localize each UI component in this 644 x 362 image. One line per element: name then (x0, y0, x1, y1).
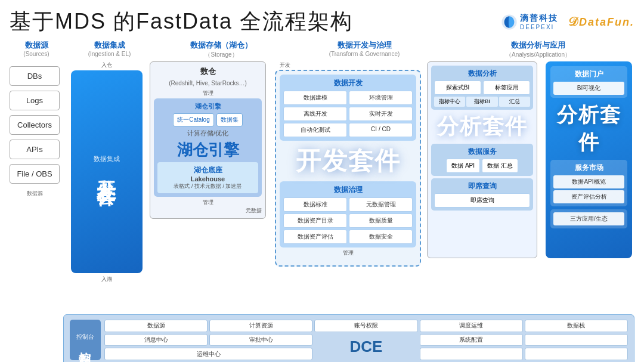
dce-item-blank3 (525, 348, 628, 360)
gov-title: 数据治理 (283, 185, 413, 195)
ingestion-sub-label: 采集 (100, 179, 114, 189)
gov-item-2: 数据资产目录 (283, 214, 347, 228)
app-mid-item-1: 资产评估分析 (553, 190, 624, 203)
datafun-d: 𝒟 (568, 15, 579, 28)
app-bottom-section: 三方应用/生态 (550, 209, 627, 228)
diagram-area: DBs Logs Collectors APIs File / OBS 数据源 … (10, 61, 634, 312)
dce-item-blank2 (420, 348, 523, 360)
service-title: 数据服务 (434, 147, 530, 157)
header-sources: 数据源 (Sources) (10, 40, 63, 59)
ingestion-bottom-label: 入湖 (101, 276, 112, 283)
compute-item: 计算存储/优化 (157, 129, 258, 138)
column-headers: 数据源 (Sources) 数据集成 (Ingestion & EL) 数据存储… (10, 40, 634, 59)
gov-item-5: 数据安全 (349, 230, 413, 244)
storage-header-sub: (Redshift, Hive, StarRocks…) (169, 80, 247, 86)
analysis-item-0: 探索式BI (434, 81, 481, 95)
header-storage: 数据存储（湖仓） （Storage） (156, 40, 287, 59)
app-top-item-0: BI可视化 (553, 82, 624, 95)
analysis-title: 数据分析 (434, 69, 530, 79)
ingestion-sublabel: 数据集成 (94, 154, 120, 163)
dataset-item: 数据集 (216, 113, 243, 126)
app-top-title: 数据门户 (553, 69, 624, 79)
dce-item-compute: 计算资源 (209, 320, 312, 332)
page-title: 基于MDS 的FastData 全流程架构 (10, 7, 353, 36)
transform-manage: 管理 (280, 249, 416, 257)
app-top-section: 数据门户 BI可视化 (550, 66, 627, 98)
service-section: 数据服务 数据 API 数据 汇总 (431, 144, 533, 176)
dce-section: 控制台 控制台 数据源 计算资源 账号权限 调度运维 数据栈 消息中心 审批中心… (63, 314, 634, 362)
gov-item-3: 数据质量 (349, 214, 413, 228)
transform-column: 开发 数据开发 数据建模 环境管理 离线开发 实时开发 自动化测试 CI / C… (275, 61, 427, 312)
source-collectors: Collectors (10, 115, 60, 135)
query-section: 即席查询 即席查询 (431, 178, 533, 211)
deepexi-text: 滴普科技 DEEPEXI (520, 13, 558, 30)
app-bottom-item: 三方应用/生态 (553, 212, 624, 225)
analysis-sub-1: 指标BI (466, 97, 497, 107)
dev-title: 数据开发 (283, 78, 413, 88)
storage-header-zh: 数仓 (200, 67, 216, 76)
dev-grid: 数据建模 环境管理 离线开发 实时开发 自动化测试 CI / CD (283, 91, 413, 137)
transform-big-label: 开发套件 (280, 144, 416, 178)
deepexi-logo: 滴普科技 DEEPEXI (501, 13, 558, 30)
ingestion-main-label: 开发套件 (94, 166, 120, 175)
catalog-row: 统一Catalog 数据集 (157, 113, 258, 126)
source-dbs: DBs (10, 66, 60, 86)
storage-meta: 元数据 (154, 207, 262, 215)
dce-item-stack: 数据栈 (525, 320, 628, 332)
app-big-label: 分析套件 (550, 101, 627, 156)
lakehouse-title: 湖仓底座 (160, 165, 255, 175)
dev-item-1: 环境管理 (349, 91, 413, 105)
storage-header: 数仓 (Redshift, Hive, StarRocks…) (154, 66, 262, 88)
analysis-sub-items: 指标中心 指标BI 汇总 (434, 97, 530, 107)
dce-big-label: DCE (314, 334, 417, 360)
dev-item-4: 自动化测试 (283, 123, 347, 137)
lake-engine-section: 湖仓引擎 统一Catalog 数据集 计算存储/优化 湖仓引擎 湖仓底座 Lak… (154, 98, 262, 197)
storage-outer-box: 数仓 (Redshift, Hive, StarRocks…) 管理 湖仓引擎 … (150, 61, 266, 219)
page-wrapper: 基于MDS 的FastData 全流程架构 滴普科技 DEEPEXI 𝒟Data… (0, 0, 644, 362)
lakehouse-box: 湖仓底座 Lakehouse 表格式 / 技术元数据 / 加速层 (157, 162, 258, 193)
source-logs: Logs (10, 91, 60, 110)
control-box: 控制台 控制台 (70, 320, 101, 360)
gov-item-1: 元数据管理 (349, 197, 413, 212)
app-mid-section: 服务市场 数据API概览 资产评估分析 (550, 160, 627, 206)
gov-grid: 数据标准 元数据管理 数据资产目录 数据质量 数据资产评估 数据安全 (283, 197, 413, 244)
title-row: 基于MDS 的FastData 全流程架构 滴普科技 DEEPEXI 𝒟Data… (10, 7, 634, 36)
analysis-outer: 数据分析 探索式BI 标签应用 指标中心 指标BI 汇总 分析套件 (427, 61, 537, 258)
gov-section: 数据治理 数据标准 元数据管理 数据资产目录 数据质量 数据资产评估 数据安全 (280, 181, 416, 247)
datafun-text: DataFun. (579, 16, 634, 28)
deepexi-icon (501, 14, 518, 30)
service-item-1: 数据 汇总 (482, 159, 518, 173)
gov-item-4: 数据资产评估 (283, 230, 347, 244)
control-label: 控制台 (76, 333, 94, 341)
control-main-label: 控制台 (78, 342, 94, 348)
logos-area: 滴普科技 DEEPEXI 𝒟DataFun. (501, 13, 634, 30)
storage-column: 数仓 (Redshift, Hive, StarRocks…) 管理 湖仓引擎 … (150, 61, 275, 312)
dev-item-0: 数据建模 (283, 91, 347, 105)
analysis-section: 数据分析 探索式BI 标签应用 指标中心 指标BI 汇总 (431, 66, 533, 110)
dce-item-blank (525, 334, 628, 346)
app-column: 数据门户 BI可视化 分析套件 服务市场 数据API概览 资产评估分析 三方应用… (546, 61, 634, 312)
ingestion-column: 入仓 数据集成 开发套件 采集 入湖 (63, 61, 150, 312)
dce-item-sysconfig: 系统配置 (420, 334, 523, 346)
app-mid-title: 服务市场 (553, 163, 624, 173)
transform-dev-arrow: 开发 (280, 61, 427, 69)
storage-manage-arrow: 管理 (154, 89, 262, 97)
header-transform: 数据开发与治理 (Transform & Governance) (287, 40, 442, 59)
analysis-big-label: 分析套件 (431, 112, 533, 141)
analysis-sub-2: 汇总 (499, 97, 530, 107)
dev-item-2: 离线开发 (283, 107, 347, 121)
header-analysis: 数据分析与应用 （Analysis/Application） (442, 40, 634, 59)
dce-item-message: 消息中心 (104, 334, 208, 346)
dev-section: 数据开发 数据建模 环境管理 离线开发 实时开发 自动化测试 CI / CD (280, 75, 416, 141)
dce-item-schedule: 调度运维 (420, 320, 523, 332)
gov-item-0: 数据标准 (283, 197, 347, 212)
analysis-item-1: 标签应用 (483, 81, 530, 95)
app-box: 数据门户 BI可视化 分析套件 服务市场 数据API概览 资产评估分析 三方应用… (546, 61, 632, 258)
catalog-item: 统一Catalog (173, 113, 213, 126)
dce-item-datasource: 数据源 (104, 320, 208, 332)
lake-engine-title: 湖仓引擎 (157, 102, 258, 111)
datafun-logo: 𝒟DataFun. (568, 15, 634, 29)
source-apis: APIs (10, 140, 60, 159)
dev-item-5: CI / CD (349, 123, 413, 137)
service-item-0: 数据 API (446, 159, 480, 173)
